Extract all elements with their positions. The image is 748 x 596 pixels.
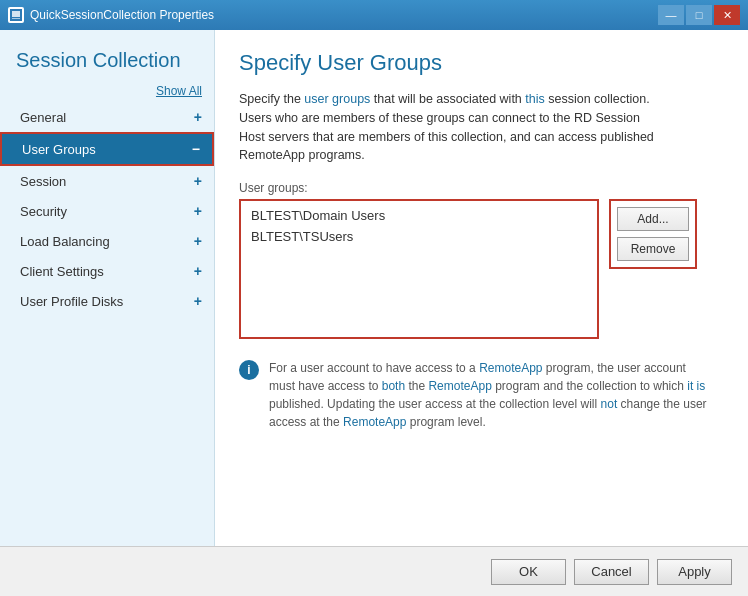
sidebar-item-session-label: Session [20, 174, 194, 189]
sidebar-item-session[interactable]: Session + [0, 166, 214, 196]
sidebar-item-session-icon: + [194, 173, 202, 189]
sidebar-item-security-label: Security [20, 204, 194, 219]
field-label: User groups: [239, 181, 724, 195]
svg-rect-1 [12, 11, 20, 17]
user-groups-row: BLTEST\Domain Users BLTEST\TSUsers Add..… [239, 199, 724, 339]
sidebar-item-general-icon: + [194, 109, 202, 125]
sidebar-item-client-settings-icon: + [194, 263, 202, 279]
sidebar-item-user-groups-label: User Groups [22, 142, 192, 157]
sidebar-item-user-profile-disks-label: User Profile Disks [20, 294, 194, 309]
show-all-link[interactable]: Show All [0, 80, 214, 102]
apply-button[interactable]: Apply [657, 559, 732, 585]
title-bar-left: QuickSessionCollection Properties [8, 7, 214, 23]
info-text: For a user account to have access to a R… [269, 359, 709, 431]
title-bar: QuickSessionCollection Properties — □ ✕ [0, 0, 748, 30]
maximize-button[interactable]: □ [686, 5, 712, 25]
info-box: i For a user account to have access to a… [239, 359, 709, 431]
page-title: Specify User Groups [239, 50, 724, 76]
sidebar-item-user-groups-icon: − [192, 141, 200, 157]
main-content: Specify User Groups Specify the user gro… [215, 30, 748, 546]
description-text: Specify the user groups that will be ass… [239, 90, 669, 165]
remove-button[interactable]: Remove [617, 237, 689, 261]
sidebar-item-client-settings[interactable]: Client Settings + [0, 256, 214, 286]
sidebar-item-security[interactable]: Security + [0, 196, 214, 226]
footer: OK Cancel Apply [0, 546, 748, 596]
sidebar-item-security-icon: + [194, 203, 202, 219]
info-icon: i [239, 360, 259, 380]
sidebar-header: Session Collection [0, 30, 214, 80]
sidebar-item-user-groups[interactable]: User Groups − [0, 132, 214, 166]
title-bar-controls: — □ ✕ [658, 5, 740, 25]
sidebar-title: Session Collection [16, 48, 198, 72]
cancel-button[interactable]: Cancel [574, 559, 649, 585]
sidebar: Session Collection Show All General + Us… [0, 30, 215, 546]
sidebar-item-load-balancing-icon: + [194, 233, 202, 249]
window-title: QuickSessionCollection Properties [30, 8, 214, 22]
app-icon [8, 7, 24, 23]
sidebar-item-load-balancing[interactable]: Load Balancing + [0, 226, 214, 256]
list-item[interactable]: BLTEST\TSUsers [245, 226, 593, 247]
sidebar-item-user-profile-disks[interactable]: User Profile Disks + [0, 286, 214, 316]
close-button[interactable]: ✕ [714, 5, 740, 25]
sidebar-item-client-settings-label: Client Settings [20, 264, 194, 279]
svg-rect-2 [12, 18, 20, 19]
action-buttons: Add... Remove [609, 199, 697, 269]
sidebar-item-general[interactable]: General + [0, 102, 214, 132]
sidebar-item-general-label: General [20, 110, 194, 125]
content-area: Session Collection Show All General + Us… [0, 30, 748, 546]
sidebar-item-user-profile-disks-icon: + [194, 293, 202, 309]
list-item[interactable]: BLTEST\Domain Users [245, 205, 593, 226]
ok-button[interactable]: OK [491, 559, 566, 585]
user-groups-list[interactable]: BLTEST\Domain Users BLTEST\TSUsers [239, 199, 599, 339]
add-button[interactable]: Add... [617, 207, 689, 231]
window-body: Session Collection Show All General + Us… [0, 30, 748, 596]
minimize-button[interactable]: — [658, 5, 684, 25]
sidebar-item-load-balancing-label: Load Balancing [20, 234, 194, 249]
